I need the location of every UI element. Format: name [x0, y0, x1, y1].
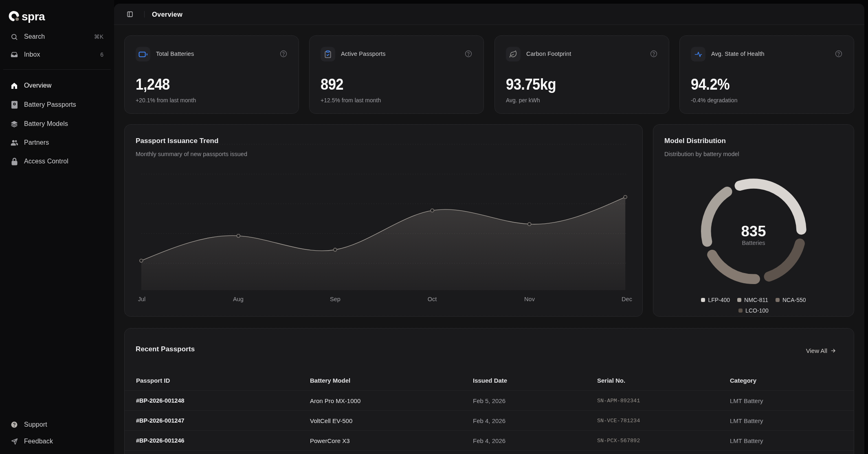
svg-text:Aug: Aug: [233, 296, 244, 302]
svg-text:835: 835: [741, 223, 766, 240]
svg-text:Dec: Dec: [622, 296, 632, 302]
svg-text:Nov: Nov: [524, 296, 535, 302]
svg-text:Jul: Jul: [138, 296, 146, 302]
svg-text:Batteries: Batteries: [742, 240, 765, 246]
svg-text:Oct: Oct: [428, 296, 437, 302]
svg-text:Sep: Sep: [330, 296, 341, 302]
